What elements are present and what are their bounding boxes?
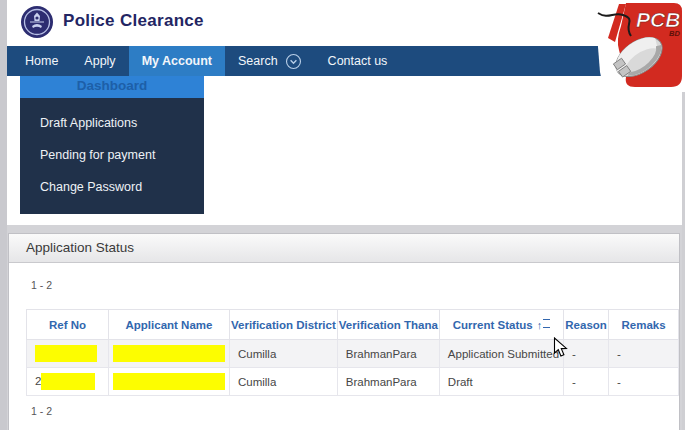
- cell-status: Draft: [439, 368, 563, 396]
- watermark-text: PCB: [636, 8, 680, 31]
- nav-item-contact-us[interactable]: Contact us: [315, 46, 401, 76]
- redaction-highlight: [35, 345, 97, 362]
- nav-item-search[interactable]: Search: [225, 46, 315, 76]
- column-header-applicant-name[interactable]: Applicant Name: [108, 310, 229, 340]
- menu-item-change-password[interactable]: Change Password: [20, 171, 204, 203]
- sort-ascending-icon[interactable]: ↑: [537, 319, 551, 331]
- column-header-ref-no[interactable]: Ref No: [27, 310, 109, 340]
- panel-title: Application Status: [9, 234, 679, 263]
- column-header-verification-thana[interactable]: Verification Thana: [337, 310, 439, 340]
- cell-district: Cumilla: [229, 368, 337, 396]
- nav-item-apply[interactable]: Apply: [71, 46, 128, 76]
- cell-ref-no: [27, 340, 109, 368]
- title-primary: Police: [63, 11, 115, 30]
- menu-item-dashboard[interactable]: Dashboard: [20, 76, 204, 98]
- column-header-current-status[interactable]: Current Status↑: [439, 310, 563, 340]
- nav-item-home[interactable]: Home: [12, 46, 71, 76]
- cell-reason: -: [564, 340, 609, 368]
- redaction-highlight: [41, 373, 95, 390]
- column-header-label: Ref No: [49, 319, 86, 331]
- cell-reason: -: [564, 368, 609, 396]
- cell-remarks: -: [609, 340, 679, 368]
- column-header-label: Applicant Name: [126, 319, 213, 331]
- table-row: CumillaBrahmanParaApplication Submitted-…: [27, 340, 679, 368]
- pagination-bottom: 1 - 2: [31, 405, 679, 417]
- column-header-label: Verification Thana: [339, 319, 438, 331]
- application-status-panel: Application Status 1 - 2 Ref NoApplicant…: [8, 233, 680, 430]
- column-header-label: Remaks: [621, 319, 665, 331]
- cell-applicant-name: [108, 368, 229, 396]
- nav-item-my-account[interactable]: My Account: [129, 46, 225, 76]
- column-header-reason[interactable]: Reason: [564, 310, 609, 340]
- menu-item-draft-applications[interactable]: Draft Applications: [20, 107, 204, 139]
- cell-thana: BrahmanPara: [337, 340, 439, 368]
- nav-item-label: Contact us: [328, 54, 388, 68]
- nav-item-label: Apply: [84, 54, 115, 68]
- nav-item-label: Search: [238, 54, 278, 68]
- column-header-label: Verification District: [231, 319, 336, 331]
- cell-thana: BrahmanPara: [337, 368, 439, 396]
- sort-lines-glyph: [543, 319, 550, 328]
- content-area: Application Status 1 - 2 Ref NoApplicant…: [7, 225, 682, 430]
- table-row: 2CumillaBrahmanParaDraft--: [27, 368, 679, 396]
- column-header-label: Reason: [565, 319, 607, 331]
- chevron-down-icon: [285, 53, 302, 70]
- cell-ref-no: 2: [27, 368, 109, 396]
- police-clearance-app: PoliceClearance HomeApplyMy AccountSearc…: [0, 0, 685, 430]
- account-dropdown: Dashboard Draft ApplicationsPending for …: [20, 76, 204, 214]
- account-menu-panel: Draft ApplicationsPending for paymentCha…: [20, 98, 204, 214]
- redaction-highlight: [113, 373, 225, 390]
- pcb-watermark-logo: PCB BD: [595, 0, 685, 92]
- redaction-highlight: [113, 345, 225, 362]
- cell-remarks: -: [609, 368, 679, 396]
- nav-item-label: Home: [25, 54, 58, 68]
- column-header-remaks[interactable]: Remaks: [609, 310, 679, 340]
- column-header-verification-district[interactable]: Verification District: [229, 310, 337, 340]
- police-emblem-icon: [20, 5, 54, 39]
- page-title: PoliceClearance: [63, 11, 204, 31]
- app-header: PoliceClearance: [7, 0, 682, 46]
- application-status-table: Ref NoApplicant NameVerification Distric…: [26, 309, 679, 396]
- cell-applicant-name: [108, 340, 229, 368]
- cell-status: Application Submitted: [439, 340, 563, 368]
- cell-district: Cumilla: [229, 340, 337, 368]
- column-header-label: Current Status: [453, 319, 533, 331]
- nav-item-label: My Account: [142, 54, 212, 68]
- mouse-cursor: [553, 337, 568, 358]
- table-header-row: Ref NoApplicant NameVerification Distric…: [27, 310, 679, 340]
- watermark-subtext: BD: [669, 29, 680, 38]
- title-secondary: Clearance: [120, 11, 204, 30]
- pagination-top: 1 - 2: [31, 279, 679, 291]
- menu-item-pending-for-payment[interactable]: Pending for payment: [20, 139, 204, 171]
- menu-item-label: Dashboard: [77, 78, 148, 93]
- navbar: HomeApplyMy AccountSearchContact us: [7, 46, 682, 76]
- table-body: CumillaBrahmanParaApplication Submitted-…: [27, 340, 679, 396]
- screen-edge-left: [0, 0, 7, 430]
